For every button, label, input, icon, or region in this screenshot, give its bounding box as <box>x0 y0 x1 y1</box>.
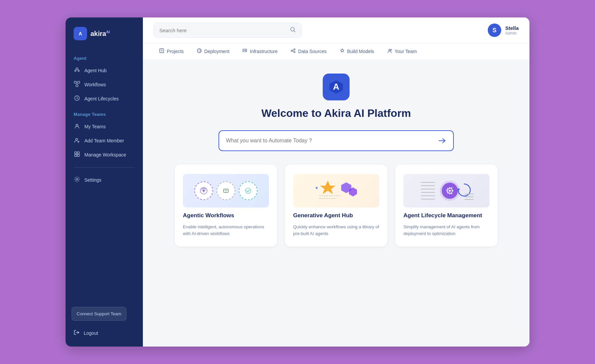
card3-svg <box>418 176 475 206</box>
automate-send-button[interactable] <box>438 136 446 145</box>
tab-projects[interactable]: Projects <box>154 43 189 60</box>
card-generative-agent-hub-title: Generative Agent Hub <box>293 212 379 219</box>
logo-icon: A <box>74 27 87 40</box>
topbar: S Stella Admin <box>143 17 529 43</box>
card1-illustration <box>183 174 269 208</box>
your-team-icon <box>387 48 392 54</box>
tab-build-models-label: Build Models <box>347 49 374 54</box>
svg-point-46 <box>226 192 226 192</box>
sidebar-bottom: Connect Support Team Logout <box>66 307 143 347</box>
logout-item[interactable]: Logout <box>66 326 143 340</box>
svg-point-2 <box>76 68 78 70</box>
card-agentic-workflows: Agentic Workflows Enable intelligent, au… <box>175 165 277 246</box>
content-area: A Welcome to Akira AI Platform <box>143 60 529 347</box>
tab-your-team-label: Your Team <box>395 49 417 54</box>
svg-point-36 <box>294 51 295 53</box>
svg-line-5 <box>75 70 76 71</box>
tab-data-sources[interactable]: Data Sources <box>285 43 332 60</box>
svg-point-34 <box>291 50 292 51</box>
sidebar-divider <box>74 167 135 168</box>
user-info: S Stella Admin <box>488 24 519 37</box>
sidebar-item-agent-hub[interactable]: Agent Hub <box>66 63 143 78</box>
app-name: akiraAI <box>90 30 110 38</box>
tab-projects-label: Projects <box>167 49 184 54</box>
infrastructure-icon <box>242 48 247 54</box>
svg-point-35 <box>294 49 295 50</box>
connect-support-button[interactable]: Connect Support Team <box>72 307 126 321</box>
sidebar-label-add-team-member: Add Team Member <box>84 138 124 143</box>
tab-data-sources-label: Data Sources <box>298 49 327 54</box>
card-agentic-workflows-title: Agentic Workflows <box>183 212 269 219</box>
avatar: S <box>488 24 501 37</box>
workflows-icon <box>74 81 80 88</box>
user-text: Stella Admin <box>505 25 519 36</box>
my-teams-icon <box>74 123 80 130</box>
section-label-agent: Agent <box>66 50 143 63</box>
svg-point-40 <box>391 49 392 50</box>
card2-svg <box>309 176 363 206</box>
svg-point-21 <box>76 179 78 180</box>
svg-rect-19 <box>75 154 77 156</box>
svg-point-3 <box>75 70 76 72</box>
welcome-title: Welcome to Akira AI Platform <box>261 107 411 120</box>
svg-point-28 <box>197 49 201 53</box>
sidebar-item-add-team-member[interactable]: Add Team Member <box>66 134 143 148</box>
user-role: Admin <box>505 31 519 36</box>
svg-line-6 <box>78 70 79 71</box>
svg-text:A: A <box>333 82 340 92</box>
search-input[interactable] <box>159 28 286 33</box>
svg-rect-25 <box>160 49 164 53</box>
sidebar-label-agent-hub: Agent Hub <box>84 68 107 73</box>
sidebar-item-agent-lifecycles[interactable]: Agent Lifecycles <box>66 92 143 106</box>
add-team-member-icon <box>74 137 80 144</box>
svg-line-38 <box>292 51 294 52</box>
svg-point-13 <box>76 124 78 126</box>
tab-infrastructure[interactable]: Infrastructure <box>237 43 283 60</box>
search-icon <box>290 27 296 34</box>
card2-illustration <box>293 174 379 208</box>
automate-input-wrapper[interactable] <box>219 130 454 151</box>
agent-hub-icon <box>74 67 80 74</box>
settings-icon <box>74 176 80 184</box>
tab-deployment-label: Deployment <box>204 49 230 54</box>
sidebar-item-workflows[interactable]: Workflows <box>66 78 143 92</box>
card-agent-lifecycle-management-title: Agent Lifecycle Management <box>403 212 489 219</box>
svg-point-33 <box>246 51 246 52</box>
card-agent-lifecycle-management: Agent Lifecycle Management Simplify mana… <box>395 165 498 246</box>
card-agent-lifecycle-management-desc: Simplify management of AI agents from de… <box>403 224 489 237</box>
svg-line-24 <box>294 31 295 32</box>
card1-icon3 <box>239 181 257 200</box>
cards-grid: Agentic Workflows Enable intelligent, au… <box>175 165 498 246</box>
tab-deployment[interactable]: Deployment <box>191 43 235 60</box>
svg-rect-17 <box>75 152 77 154</box>
section-label-manage-teams: Manage Teams <box>66 106 143 120</box>
svg-text:A: A <box>79 31 82 36</box>
svg-rect-20 <box>77 154 79 156</box>
tab-build-models[interactable]: Build Models <box>334 43 380 60</box>
sidebar-label-agent-lifecycles: Agent Lifecycles <box>84 96 119 101</box>
main-area: S Stella Admin Projects <box>143 17 529 347</box>
svg-rect-9 <box>76 85 78 87</box>
search-bar[interactable] <box>154 23 302 38</box>
card1-icon2 <box>216 181 235 200</box>
svg-rect-7 <box>74 81 76 83</box>
tab-your-team[interactable]: Your Team <box>382 43 422 60</box>
data-sources-icon <box>290 48 296 54</box>
sidebar-label-manage-workspace: Manage Workspace <box>84 152 126 157</box>
sidebar-item-my-teams[interactable]: My Teams <box>66 120 143 134</box>
svg-point-14 <box>76 138 78 140</box>
build-models-icon <box>340 48 345 54</box>
sidebar: A akiraAI Agent Agent Hub <box>66 17 143 347</box>
sidebar-item-settings[interactable]: Settings <box>66 173 143 187</box>
svg-point-61 <box>449 190 451 192</box>
svg-point-29 <box>198 50 199 51</box>
card-generative-agent-hub-desc: Quickly enhance workflows using a librar… <box>293 224 379 237</box>
automate-input[interactable] <box>226 138 438 144</box>
nav-tabs: Projects Deployment <box>143 43 529 60</box>
deployment-icon <box>197 48 202 54</box>
sidebar-label-my-teams: My Teams <box>84 124 106 129</box>
card3-illustration <box>403 174 489 208</box>
sidebar-item-manage-workspace[interactable]: Manage Workspace <box>66 148 143 162</box>
logout-label: Logout <box>84 330 98 336</box>
tab-infrastructure-label: Infrastructure <box>250 49 277 54</box>
